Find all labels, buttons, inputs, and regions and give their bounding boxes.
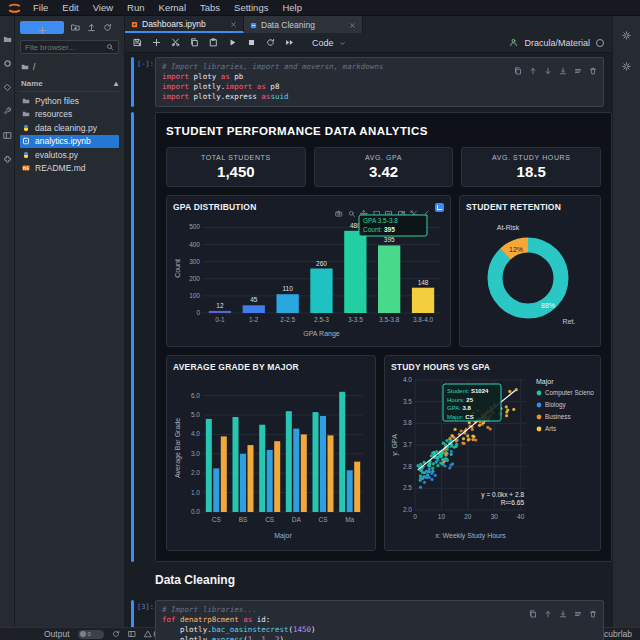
menu-settings[interactable]: Settings: [227, 2, 275, 13]
svg-text:2.0: 2.0: [403, 506, 412, 513]
menu-file[interactable]: File: [26, 2, 55, 13]
stat-value: 3.42: [369, 163, 398, 180]
toggle-label: 0: [88, 631, 91, 637]
menu-items: FileEditViewRunKernalTabsSettingsHelp: [26, 2, 309, 13]
svg-text:0: 0: [196, 309, 200, 316]
stop-icon[interactable]: [247, 38, 256, 47]
svg-text:3.8: 3.8: [403, 419, 412, 426]
warn-icon: [144, 630, 152, 638]
retention-chart-canvas[interactable]: At-Risk12%88%Ret.: [466, 212, 594, 343]
menu-view[interactable]: View: [86, 2, 120, 13]
file-item-data-cleaning-py[interactable]: data cleaning.py: [20, 121, 119, 135]
more-icon[interactable]: [574, 604, 582, 612]
cell-type-select[interactable]: Code: [312, 38, 346, 48]
upload-icon[interactable]: [87, 23, 96, 32]
panel-icon[interactable]: [128, 630, 136, 638]
svg-text:6.0: 6.0: [191, 392, 200, 399]
refresh-icon[interactable]: [103, 23, 112, 32]
back-icon[interactable]: [423, 203, 431, 211]
scatter-chart-canvas[interactable]: 4.03.53.83.72.82.52.0010203040Student: S…: [391, 372, 594, 546]
more-icon[interactable]: [574, 61, 582, 69]
sqarrow-icon[interactable]: [398, 203, 406, 211]
svg-text:88%: 88%: [541, 302, 555, 309]
trash-icon[interactable]: [589, 604, 597, 612]
person-icon: [509, 38, 518, 47]
arrowup-icon[interactable]: [544, 604, 552, 612]
copy-icon[interactable]: [190, 38, 199, 47]
arrowdown-icon[interactable]: [544, 61, 552, 69]
download-icon[interactable]: [559, 604, 567, 612]
plotly-modebar: [335, 203, 444, 212]
menu-edit[interactable]: Edit: [55, 2, 85, 13]
file-item-python-files[interactable]: Python files: [20, 94, 119, 108]
sort-caret-icon[interactable]: ▴: [114, 79, 118, 88]
duplicate-icon[interactable]: [514, 61, 522, 69]
code-editor-1[interactable]: # Import libraries, import and moversn, …: [155, 57, 604, 107]
file-search-input[interactable]: [25, 43, 106, 52]
stat-avg-gpa: AVG. GPA 3.42: [314, 147, 454, 187]
menu-tabs[interactable]: Tabs: [193, 2, 227, 13]
panel-icon[interactable]: [3, 126, 12, 135]
wrench-icon[interactable]: [3, 102, 12, 111]
newfolder-icon[interactable]: [71, 23, 80, 32]
chart-title: STUDENT RETENTION: [466, 202, 561, 212]
restart-icon[interactable]: [112, 630, 120, 638]
plotly-logo-icon[interactable]: [435, 203, 444, 212]
menu-bar: FileEditViewRunKernalTabsSettingsHelp: [0, 0, 640, 16]
ff-icon[interactable]: [285, 38, 294, 47]
toggle-knob: [80, 631, 86, 637]
boxselect-icon[interactable]: [373, 203, 381, 211]
statuscircle-icon[interactable]: [3, 54, 12, 63]
file-item-analytics-ipynb[interactable]: analytics.ipynb: [20, 135, 119, 149]
folder-icon[interactable]: [3, 30, 12, 39]
sqminus-icon[interactable]: [385, 203, 393, 211]
code-editor-2[interactable]: # Import libraries...fof denatrp8cment a…: [155, 600, 604, 640]
cut-icon[interactable]: [171, 38, 180, 47]
file-item-evalutos-py[interactable]: evalutos.py: [20, 148, 119, 162]
save-icon[interactable]: [133, 38, 142, 47]
pan-icon[interactable]: [360, 203, 368, 211]
magnifier-icon[interactable]: [348, 203, 356, 211]
file-item-readme-md[interactable]: README.md: [20, 162, 119, 176]
paste-icon[interactable]: [209, 38, 218, 47]
trash-icon[interactable]: [589, 61, 597, 69]
diamond-icon[interactable]: [3, 78, 12, 87]
folder-icon: [22, 97, 30, 105]
tab-data-cleaning[interactable]: Data Cleaning: [244, 16, 363, 33]
file-list: Python filesresourcesdata cleaning.pyana…: [20, 94, 119, 175]
run-icon[interactable]: [228, 38, 237, 47]
menu-run[interactable]: Run: [120, 2, 151, 13]
close-icon[interactable]: [349, 21, 356, 28]
new-launcher-button[interactable]: [20, 21, 64, 34]
menu-kernal[interactable]: Kernal: [152, 2, 193, 13]
xarrows-icon[interactable]: [410, 203, 418, 211]
download-icon[interactable]: [559, 61, 567, 69]
section-heading-row: Data Cleaning: [129, 567, 612, 595]
menu-help[interactable]: Help: [275, 2, 309, 13]
gpa-chart-canvas[interactable]: 0100200300400500120-1451-21102-2.52602.5…: [173, 212, 444, 343]
svg-text:12: 12: [216, 302, 224, 309]
tab-dashboars-ipynb[interactable]: Dashboars.ipynb: [125, 16, 244, 33]
duplicate-icon[interactable]: [529, 604, 537, 612]
svg-text:Major: Major: [536, 378, 554, 386]
arrowup-icon[interactable]: [529, 61, 537, 69]
file-item-resources[interactable]: resources: [20, 108, 119, 122]
gear-icon[interactable]: [622, 57, 631, 66]
bluetab-icon: [250, 21, 257, 28]
tab-bar: Dashboars.ipynbData Cleaning: [125, 16, 612, 33]
cell-1-toolbar: [514, 61, 597, 69]
puzzle-icon[interactable]: [3, 150, 12, 159]
output-toggle[interactable]: 0: [78, 630, 104, 639]
python-icon: [22, 151, 30, 159]
svg-text:0.0: 0.0: [191, 508, 200, 515]
camera-icon[interactable]: [335, 203, 343, 211]
close-icon[interactable]: [230, 20, 237, 27]
breadcrumb[interactable]: /: [20, 60, 119, 77]
output-indicator: [131, 112, 134, 562]
plus-icon[interactable]: [152, 38, 161, 47]
kernel-name[interactable]: Dracula/Material: [524, 38, 590, 48]
file-list-header[interactable]: Name ▴: [20, 77, 119, 92]
major-chart-canvas[interactable]: 0.01.02.03.04.05.06.0CSBSCSDACSMaMajorAv…: [173, 372, 369, 546]
restart-icon[interactable]: [266, 38, 275, 47]
gear-icon[interactable]: [622, 26, 631, 35]
